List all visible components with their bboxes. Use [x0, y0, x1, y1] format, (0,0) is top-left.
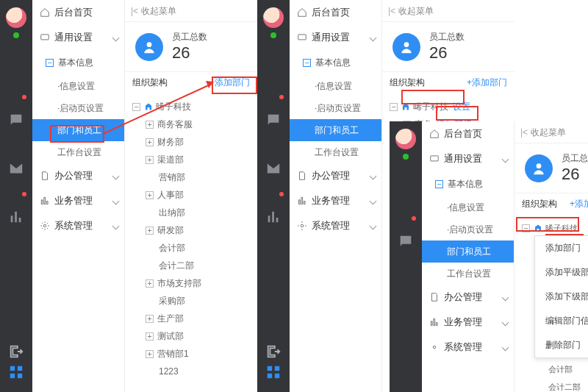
tree-node[interactable]: +生产部 — [132, 310, 254, 327]
svg-point-18 — [537, 163, 542, 168]
collapse-icon[interactable]: − — [46, 59, 54, 67]
presence-dot — [403, 154, 409, 160]
nav-basic[interactable]: −基本信息 — [290, 50, 381, 75]
nav-info-set[interactable]: · 信息设置 — [290, 75, 381, 97]
tree-node[interactable]: +测试部 — [132, 327, 254, 345]
tree-node[interactable]: 出纳部 — [132, 204, 254, 221]
svg-point-15 — [404, 42, 409, 47]
nav-info-set[interactable]: · 信息设置 — [422, 196, 514, 218]
tree-node[interactable]: +人事部 — [132, 186, 254, 204]
svg-rect-1 — [18, 366, 22, 371]
tree-node[interactable]: +营销部1 — [132, 345, 254, 363]
dept-context-menu: 添加部门 添加平级部门 添加下级部门 编辑部门信息 删除部门 — [534, 235, 588, 358]
nav-sys[interactable]: 系统管理 — [290, 213, 381, 238]
chat-icon[interactable] — [265, 97, 282, 146]
chat-icon[interactable] — [8, 97, 24, 146]
svg-rect-12 — [275, 374, 279, 378]
svg-rect-13 — [298, 35, 306, 40]
menu-add-sub[interactable]: 添加下级部门 — [535, 285, 588, 309]
svg-point-5 — [43, 224, 46, 227]
stats-icon[interactable] — [265, 194, 282, 243]
svg-rect-0 — [10, 366, 15, 371]
avatar[interactable] — [6, 7, 26, 28]
svg-rect-4 — [41, 35, 49, 40]
nav-home[interactable]: 后台首页 — [32, 0, 124, 25]
user-icon — [135, 33, 163, 61]
add-dept-link[interactable]: +添加部门 — [467, 76, 507, 89]
presence-dot — [13, 32, 19, 38]
stats-icon[interactable] — [8, 194, 24, 243]
collapse-menu[interactable]: |<收起菜单 — [125, 0, 257, 22]
nav-workbench[interactable]: 工作台设置 — [32, 141, 124, 163]
org-tree[interactable]: −晞子科技 +商务客服 +财务部 +渠道部 营销部 +人事部 出纳部 +研发部 … — [125, 93, 257, 385]
svg-rect-9 — [268, 366, 272, 371]
tree-node[interactable]: +研发部 — [132, 221, 254, 239]
stat-card: 员工总数26 — [125, 22, 257, 71]
collapse-menu[interactable]: |<收起菜单 — [514, 121, 588, 143]
svg-point-6 — [147, 42, 152, 47]
avatar[interactable] — [263, 7, 284, 28]
nav-workbench[interactable]: 工作台设置 — [422, 263, 514, 285]
nav-start-set[interactable]: · 启动页设置 — [290, 97, 381, 119]
add-dept-link[interactable]: +添加部门 — [209, 76, 250, 89]
tree-node[interactable]: 营销部 — [132, 168, 254, 186]
nav-office[interactable]: 办公管理 — [290, 163, 381, 188]
tree-node[interactable]: +渠道部 — [132, 151, 254, 168]
svg-rect-3 — [18, 374, 22, 378]
nav-general[interactable]: 通用设置 — [290, 25, 381, 50]
nav-info-set[interactable]: · 信息设置 — [32, 75, 124, 97]
nav-basic[interactable]: −基本信息 — [32, 50, 124, 75]
org-settings-link[interactable]: 设置 — [453, 101, 470, 113]
svg-rect-11 — [268, 374, 272, 378]
menu-add-dept[interactable]: 添加部门 — [535, 236, 588, 260]
nav-office[interactable]: 办公管理 — [422, 285, 514, 310]
svg-rect-10 — [275, 366, 279, 371]
tree-node[interactable]: 1223 — [132, 363, 254, 380]
tree-node[interactable]: +财务部 — [132, 133, 254, 151]
menu-add-same[interactable]: 添加平级部门 — [535, 260, 588, 285]
nav-dept-emp[interactable]: 部门和员工 — [422, 240, 514, 263]
apps-icon[interactable] — [265, 364, 282, 380]
menu-edit[interactable]: 编辑部门信息 — [535, 309, 588, 333]
presence-dot — [270, 32, 276, 38]
tree-node[interactable]: 会计二部 — [132, 257, 254, 274]
logout-icon[interactable] — [8, 343, 24, 360]
pending-link[interactable]: 待处理：15 — [125, 385, 257, 392]
svg-point-14 — [301, 224, 304, 227]
nav-sys[interactable]: 系统管理 — [422, 335, 514, 360]
nav-office[interactable]: 办公管理 — [32, 163, 124, 188]
tree-node[interactable]: +商务客服 — [132, 115, 254, 133]
tree-node[interactable]: +市场支持部 — [132, 274, 254, 292]
nav-biz[interactable]: 业务管理 — [32, 188, 124, 213]
nav-dept-emp[interactable]: 部门和员工 — [32, 119, 124, 141]
svg-rect-16 — [431, 156, 439, 161]
stat-card: 员工总数26 — [382, 22, 514, 71]
svg-point-17 — [433, 346, 436, 349]
logout-icon[interactable] — [265, 343, 282, 360]
nav-general[interactable]: 通用设置 — [32, 25, 124, 50]
mail-icon[interactable] — [265, 146, 282, 194]
nav-home[interactable]: 后台首页 — [290, 0, 381, 25]
apps-icon[interactable] — [8, 364, 24, 380]
nav-biz[interactable]: 业务管理 — [422, 310, 514, 335]
nav-biz[interactable]: 业务管理 — [290, 188, 381, 213]
mail-icon[interactable] — [8, 146, 24, 194]
collapse-menu[interactable]: |<收起菜单 — [382, 0, 514, 22]
tree-node[interactable]: 会计部 — [132, 239, 254, 257]
svg-rect-2 — [10, 374, 15, 378]
menu-del[interactable]: 删除部门 — [535, 333, 588, 357]
nav-home[interactable]: 后台首页 — [422, 121, 514, 146]
nav-start-set[interactable]: · 启动页设置 — [422, 218, 514, 240]
nav-start-set[interactable]: · 启动页设置 — [32, 97, 124, 119]
org-title: 组织架构 — [132, 76, 168, 89]
nav-sys[interactable]: 系统管理 — [32, 213, 124, 238]
nav-basic[interactable]: −基本信息 — [422, 171, 514, 196]
nav-workbench[interactable]: 工作台设置 — [290, 141, 381, 163]
nav-dept-emp[interactable]: 部门和员工 — [290, 119, 381, 141]
nav-general[interactable]: 通用设置 — [422, 146, 514, 171]
avatar[interactable] — [395, 129, 416, 149]
chat-icon[interactable] — [398, 218, 414, 267]
tree-node[interactable]: 采购部 — [132, 292, 254, 310]
